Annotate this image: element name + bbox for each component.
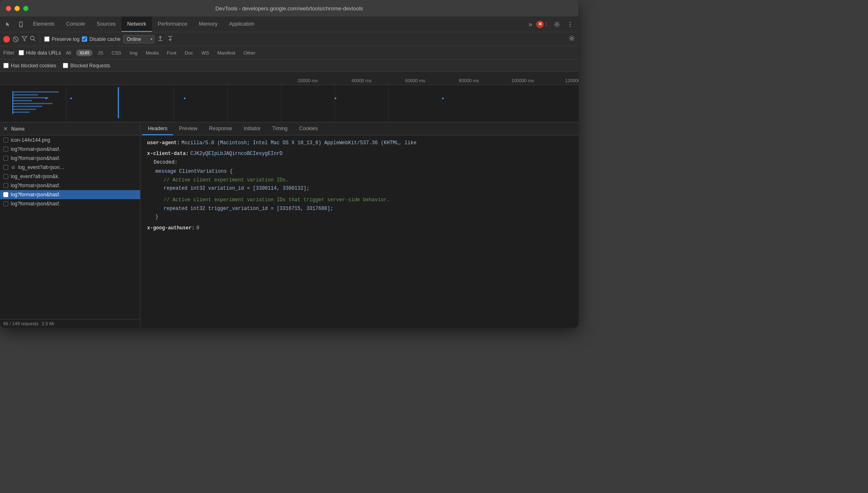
blocked-requests-checkbox[interactable]: Blocked Requests — [63, 63, 110, 69]
file-checkbox[interactable] — [3, 174, 8, 179]
cursor-icon[interactable] — [2, 19, 14, 30]
header-value: Mozilla/5.0 (Macintosh; Intel Mac OS X 1… — [181, 139, 416, 147]
list-item-selected[interactable]: log?format=json&hasf. — [0, 190, 140, 199]
waterfall-bar-3 — [13, 97, 48, 98]
tab-memory[interactable]: Memory — [193, 17, 223, 32]
close-button[interactable] — [6, 6, 11, 11]
minimize-button[interactable] — [14, 6, 20, 11]
list-item[interactable]: log_event?alt=json&k. — [0, 172, 140, 181]
list-item[interactable]: log?format=json&hasf. — [0, 145, 140, 154]
disable-cache-checkbox[interactable]: Disable cache — [82, 36, 120, 42]
progress-marker — [118, 87, 119, 118]
vline-3 — [174, 85, 174, 122]
tab-sources[interactable]: Sources — [91, 17, 121, 32]
file-checkbox[interactable] — [3, 156, 8, 161]
file-checkbox[interactable] — [3, 201, 8, 206]
waterfall-bar-5 — [13, 103, 52, 104]
tab-initiator[interactable]: Initiator — [238, 122, 266, 135]
timeline-label-20000: 20000 ms — [281, 78, 335, 83]
header-x-goog-authuser: x-goog-authuser: 0 — [147, 224, 572, 232]
tab-cookies[interactable]: Cookies — [293, 122, 323, 135]
timeline-header: 20000 ms 40000 ms 60000 ms 80000 ms 1000… — [0, 72, 578, 85]
file-list-header: ✕ Name — [0, 122, 140, 136]
upload-icon[interactable] — [157, 35, 164, 43]
settings-icon[interactable] — [551, 19, 563, 30]
file-name: log?format=json&hasf. — [11, 183, 60, 188]
title-bar: DevTools - developers.google.com/web/too… — [0, 0, 578, 17]
search-icon[interactable] — [30, 36, 36, 43]
list-item[interactable]: ⚙ log_event?alt=json… — [0, 163, 140, 172]
svg-point-8 — [31, 36, 34, 40]
vline-5 — [281, 85, 281, 122]
filter-img[interactable]: Img — [126, 50, 141, 56]
list-item[interactable]: log?format=json&hasf. — [0, 199, 140, 208]
list-item[interactable]: log?format=json&hasf. — [0, 181, 140, 190]
file-checkbox[interactable] — [3, 183, 8, 188]
dot-3 — [184, 98, 185, 99]
svg-point-1 — [21, 26, 21, 26]
has-blocked-cookies-checkbox[interactable]: Has blocked cookies — [3, 63, 56, 69]
tab-application[interactable]: Application — [223, 17, 260, 32]
svg-point-4 — [570, 24, 571, 24]
download-icon[interactable] — [167, 35, 174, 43]
throttle-select[interactable]: Online Fast 3G Slow 3G Offline — [123, 35, 155, 43]
timeline-label-60000: 60000 ms — [388, 78, 442, 83]
filter-ws[interactable]: WS — [198, 50, 213, 56]
header-user-agent: user-agent: Mozilla/5.0 (Macintosh; Inte… — [147, 139, 572, 147]
tab-performance[interactable]: Performance — [152, 17, 193, 32]
maximize-button[interactable] — [23, 6, 29, 11]
list-item[interactable]: icon-144x144.png — [0, 136, 140, 145]
list-item[interactable]: log?format=json&hasf. — [0, 154, 140, 163]
tab-timing[interactable]: Timing — [266, 122, 293, 135]
tab-console[interactable]: Console — [60, 17, 91, 32]
file-name: log?format=json&hasf. — [11, 201, 60, 207]
filter-media[interactable]: Media — [143, 50, 162, 56]
filter-js[interactable]: JS — [94, 50, 106, 56]
svg-point-3 — [570, 21, 571, 22]
timeline-label-40000: 40000 ms — [335, 78, 388, 83]
header-value: 0 — [196, 224, 199, 232]
more-options-icon[interactable] — [564, 19, 576, 30]
error-count: 1 — [545, 21, 548, 27]
header-key: x-goog-authuser: — [147, 224, 195, 232]
filter-other[interactable]: Other — [240, 50, 259, 56]
timeline-label-80000: 80000 ms — [442, 78, 496, 83]
file-name: icon-144x144.png — [11, 137, 50, 143]
tab-preview[interactable]: Preview — [173, 122, 203, 135]
detail-content[interactable]: user-agent: Mozilla/5.0 (Macintosh; Inte… — [140, 136, 578, 328]
file-name: log_event?alt=json&k. — [11, 174, 59, 179]
file-checkbox[interactable] — [3, 147, 8, 152]
filter-all[interactable]: All — [62, 50, 74, 56]
tab-headers[interactable]: Headers — [142, 122, 173, 135]
filter-font[interactable]: Font — [164, 50, 180, 56]
preserve-log-checkbox[interactable]: Preserve log — [44, 36, 79, 42]
error-badge: ✕ — [536, 21, 544, 28]
import-export-icons — [157, 35, 174, 43]
more-tabs-button[interactable]: » — [525, 21, 535, 28]
network-settings-icon[interactable] — [568, 35, 575, 43]
vline-6 — [335, 85, 335, 122]
filter-doc[interactable]: Doc — [181, 50, 196, 56]
file-checkbox[interactable] — [3, 165, 8, 170]
tab-network[interactable]: Network — [121, 17, 152, 32]
file-checkbox[interactable] — [3, 138, 8, 143]
dot-1 — [45, 98, 47, 99]
filter-xhr[interactable]: XHR — [76, 50, 93, 56]
filter-icon[interactable] — [21, 36, 27, 43]
timeline-waterfall — [0, 85, 578, 122]
svg-line-7 — [14, 38, 17, 40]
filter-css[interactable]: CSS — [108, 50, 125, 56]
tab-elements[interactable]: Elements — [27, 17, 60, 32]
record-button[interactable] — [3, 36, 10, 43]
mobile-icon[interactable] — [15, 19, 26, 30]
blocked-bar: Has blocked cookies Blocked Requests — [0, 60, 578, 72]
clear-button[interactable] — [12, 36, 19, 43]
tab-response[interactable]: Response — [203, 122, 238, 135]
waterfall-track — [12, 85, 578, 122]
hide-data-urls-checkbox[interactable]: Hide data URLs — [19, 50, 61, 56]
file-checkbox[interactable] — [3, 192, 8, 197]
close-panel-icon[interactable]: ✕ — [3, 126, 8, 132]
dot-4 — [335, 98, 336, 99]
filter-manifest[interactable]: Manifest — [214, 50, 238, 56]
left-panel: ✕ Name icon-144x144.png log?format=json&… — [0, 122, 140, 328]
